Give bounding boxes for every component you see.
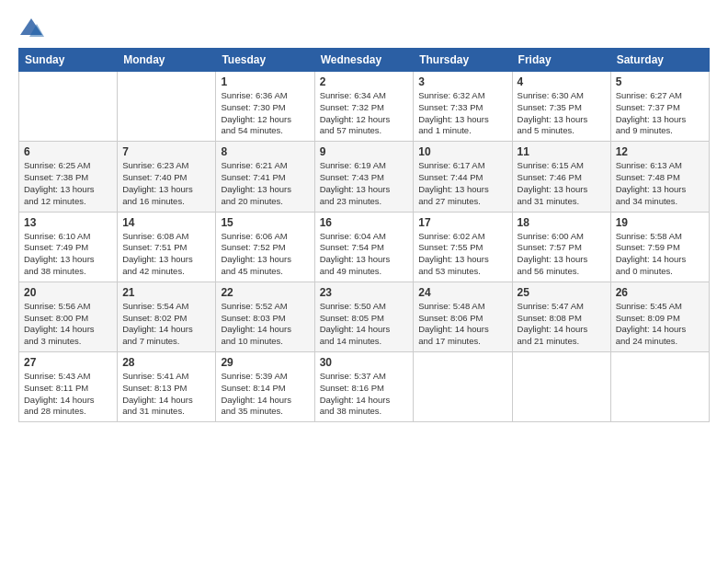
calendar-cell: 15Sunrise: 6:06 AM Sunset: 7:52 PM Dayli…: [216, 212, 314, 282]
calendar-header-row: SundayMondayTuesdayWednesdayThursdayFrid…: [19, 49, 710, 72]
calendar-cell: [19, 72, 118, 142]
calendar-week-row: 1Sunrise: 6:36 AM Sunset: 7:30 PM Daylig…: [19, 72, 710, 142]
calendar-cell: 13Sunrise: 6:10 AM Sunset: 7:49 PM Dayli…: [19, 212, 118, 282]
day-number: 15: [221, 216, 309, 229]
calendar-cell: 10Sunrise: 6:17 AM Sunset: 7:44 PM Dayli…: [414, 142, 512, 212]
day-detail: Sunrise: 6:08 AM Sunset: 7:51 PM Dayligh…: [122, 231, 193, 276]
day-detail: Sunrise: 5:54 AM Sunset: 8:02 PM Dayligh…: [122, 301, 193, 346]
calendar-weekday-friday: Friday: [512, 49, 610, 72]
day-number: 6: [24, 145, 112, 158]
day-number: 11: [518, 145, 606, 158]
calendar-cell: 3Sunrise: 6:32 AM Sunset: 7:33 PM Daylig…: [414, 72, 512, 142]
day-number: 27: [24, 356, 112, 369]
day-number: 14: [122, 216, 210, 229]
calendar-weekday-monday: Monday: [118, 49, 216, 72]
calendar-cell: [610, 352, 709, 422]
day-detail: Sunrise: 6:00 AM Sunset: 7:57 PM Dayligh…: [518, 231, 588, 276]
calendar-cell: 16Sunrise: 6:04 AM Sunset: 7:54 PM Dayli…: [314, 212, 414, 282]
calendar-cell: 9Sunrise: 6:19 AM Sunset: 7:43 PM Daylig…: [314, 142, 414, 212]
calendar-cell: 22Sunrise: 5:52 AM Sunset: 8:03 PM Dayli…: [216, 282, 314, 351]
calendar-cell: 12Sunrise: 6:13 AM Sunset: 7:48 PM Dayli…: [610, 142, 709, 212]
day-detail: Sunrise: 5:39 AM Sunset: 8:14 PM Dayligh…: [221, 371, 291, 416]
day-number: 18: [518, 216, 606, 229]
day-detail: Sunrise: 6:21 AM Sunset: 7:41 PM Dayligh…: [221, 160, 291, 205]
calendar-cell: 23Sunrise: 5:50 AM Sunset: 8:05 PM Dayli…: [314, 282, 414, 351]
day-number: 13: [24, 216, 112, 229]
calendar-cell: 14Sunrise: 6:08 AM Sunset: 7:51 PM Dayli…: [118, 212, 216, 282]
calendar-week-row: 27Sunrise: 5:43 AM Sunset: 8:11 PM Dayli…: [19, 352, 710, 422]
day-detail: Sunrise: 6:27 AM Sunset: 7:37 PM Dayligh…: [616, 90, 687, 135]
day-detail: Sunrise: 6:04 AM Sunset: 7:54 PM Dayligh…: [320, 231, 391, 276]
day-number: 28: [122, 356, 210, 369]
calendar-cell: 7Sunrise: 6:23 AM Sunset: 7:40 PM Daylig…: [118, 142, 216, 212]
day-number: 29: [221, 356, 309, 369]
calendar-weekday-tuesday: Tuesday: [216, 49, 314, 72]
calendar-cell: 21Sunrise: 5:54 AM Sunset: 8:02 PM Dayli…: [118, 282, 216, 351]
day-detail: Sunrise: 6:34 AM Sunset: 7:32 PM Dayligh…: [320, 90, 391, 135]
day-detail: Sunrise: 5:41 AM Sunset: 8:13 PM Dayligh…: [122, 371, 193, 416]
day-detail: Sunrise: 5:43 AM Sunset: 8:11 PM Dayligh…: [24, 371, 95, 416]
page: SundayMondayTuesdayWednesdayThursdayFrid…: [0, 0, 728, 563]
calendar-cell: [512, 352, 610, 422]
calendar-cell: 19Sunrise: 5:58 AM Sunset: 7:59 PM Dayli…: [610, 212, 709, 282]
logo: [18, 15, 46, 40]
day-number: 23: [320, 286, 409, 299]
day-detail: Sunrise: 5:50 AM Sunset: 8:05 PM Dayligh…: [320, 301, 391, 346]
day-number: 7: [122, 145, 210, 158]
day-number: 25: [518, 286, 606, 299]
calendar-table: SundayMondayTuesdayWednesdayThursdayFrid…: [18, 48, 710, 422]
day-number: 19: [616, 216, 704, 229]
calendar-weekday-thursday: Thursday: [414, 49, 512, 72]
logo-icon: [18, 15, 44, 40]
calendar-cell: 30Sunrise: 5:37 AM Sunset: 8:16 PM Dayli…: [314, 352, 414, 422]
day-detail: Sunrise: 6:13 AM Sunset: 7:48 PM Dayligh…: [616, 160, 687, 205]
day-detail: Sunrise: 6:30 AM Sunset: 7:35 PM Dayligh…: [518, 90, 588, 135]
day-detail: Sunrise: 6:32 AM Sunset: 7:33 PM Dayligh…: [418, 90, 489, 135]
day-detail: Sunrise: 5:56 AM Sunset: 8:00 PM Dayligh…: [24, 301, 95, 346]
day-detail: Sunrise: 6:36 AM Sunset: 7:30 PM Dayligh…: [221, 90, 291, 135]
calendar-cell: 11Sunrise: 6:15 AM Sunset: 7:46 PM Dayli…: [512, 142, 610, 212]
day-detail: Sunrise: 6:06 AM Sunset: 7:52 PM Dayligh…: [221, 231, 291, 276]
day-number: 5: [616, 75, 704, 88]
calendar-week-row: 20Sunrise: 5:56 AM Sunset: 8:00 PM Dayli…: [19, 282, 710, 351]
day-detail: Sunrise: 6:25 AM Sunset: 7:38 PM Dayligh…: [24, 160, 95, 205]
day-number: 26: [616, 286, 704, 299]
day-number: 12: [616, 145, 704, 158]
calendar-cell: 26Sunrise: 5:45 AM Sunset: 8:09 PM Dayli…: [610, 282, 709, 351]
day-detail: Sunrise: 6:17 AM Sunset: 7:44 PM Dayligh…: [418, 160, 489, 205]
day-detail: Sunrise: 5:47 AM Sunset: 8:08 PM Dayligh…: [518, 301, 588, 346]
calendar-cell: 24Sunrise: 5:48 AM Sunset: 8:06 PM Dayli…: [414, 282, 512, 351]
calendar-weekday-saturday: Saturday: [610, 49, 709, 72]
calendar-cell: 25Sunrise: 5:47 AM Sunset: 8:08 PM Dayli…: [512, 282, 610, 351]
day-number: 22: [221, 286, 309, 299]
day-detail: Sunrise: 5:37 AM Sunset: 8:16 PM Dayligh…: [320, 371, 391, 416]
calendar-cell: 29Sunrise: 5:39 AM Sunset: 8:14 PM Dayli…: [216, 352, 314, 422]
day-detail: Sunrise: 6:10 AM Sunset: 7:49 PM Dayligh…: [24, 231, 95, 276]
calendar-cell: 5Sunrise: 6:27 AM Sunset: 7:37 PM Daylig…: [610, 72, 709, 142]
calendar-cell: [118, 72, 216, 142]
calendar-cell: 4Sunrise: 6:30 AM Sunset: 7:35 PM Daylig…: [512, 72, 610, 142]
day-detail: Sunrise: 5:58 AM Sunset: 7:59 PM Dayligh…: [616, 231, 687, 276]
day-number: 9: [320, 145, 409, 158]
calendar-weekday-wednesday: Wednesday: [314, 49, 414, 72]
day-number: 20: [24, 286, 112, 299]
header: [18, 15, 710, 40]
day-number: 16: [320, 216, 409, 229]
calendar-cell: 20Sunrise: 5:56 AM Sunset: 8:00 PM Dayli…: [19, 282, 118, 351]
calendar-cell: 28Sunrise: 5:41 AM Sunset: 8:13 PM Dayli…: [118, 352, 216, 422]
day-number: 24: [418, 286, 506, 299]
day-number: 8: [221, 145, 309, 158]
calendar-cell: 2Sunrise: 6:34 AM Sunset: 7:32 PM Daylig…: [314, 72, 414, 142]
calendar-cell: 18Sunrise: 6:00 AM Sunset: 7:57 PM Dayli…: [512, 212, 610, 282]
day-number: 3: [418, 75, 506, 88]
calendar-cell: [414, 352, 512, 422]
calendar-cell: 17Sunrise: 6:02 AM Sunset: 7:55 PM Dayli…: [414, 212, 512, 282]
day-number: 17: [418, 216, 506, 229]
day-detail: Sunrise: 6:02 AM Sunset: 7:55 PM Dayligh…: [418, 231, 489, 276]
day-detail: Sunrise: 5:48 AM Sunset: 8:06 PM Dayligh…: [418, 301, 489, 346]
day-number: 4: [518, 75, 606, 88]
day-number: 2: [320, 75, 409, 88]
calendar-weekday-sunday: Sunday: [19, 49, 118, 72]
day-number: 10: [418, 145, 506, 158]
calendar-cell: 6Sunrise: 6:25 AM Sunset: 7:38 PM Daylig…: [19, 142, 118, 212]
